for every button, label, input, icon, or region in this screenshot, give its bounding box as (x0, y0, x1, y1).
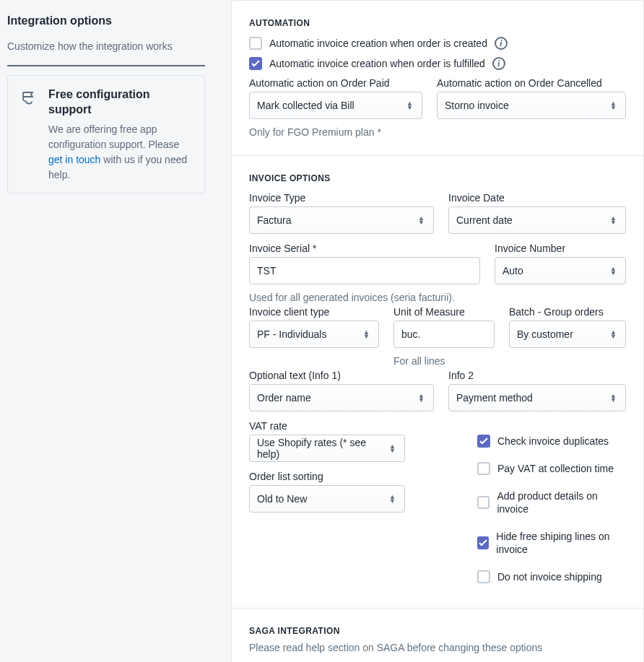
chat-flag-icon (18, 87, 40, 109)
sorting-select[interactable]: Old to New ▲▼ (249, 485, 405, 513)
saga-subheading: Please read help section on SAGA before … (249, 642, 626, 653)
check-hide-free-shipping[interactable] (477, 536, 489, 549)
chevron-updown-icon: ▲▼ (389, 444, 396, 453)
uom-field: Unit of Measure For all lines (393, 306, 495, 367)
invoice-date-field: Invoice Date Current date ▲▼ (448, 192, 626, 234)
info2-select[interactable]: Payment method ▲▼ (448, 384, 626, 411)
action-on-paid-select[interactable]: Mark collected via Bill ▲▼ (249, 92, 422, 119)
check-invoice-on-fulfilled[interactable] (249, 57, 262, 70)
chevron-updown-icon: ▲▼ (389, 495, 396, 503)
check-invoice-on-fulfilled-row: Automatic invoice creation when order is… (249, 57, 626, 70)
invoice-options-section: INVOICE OPTIONS Invoice Type Factura ▲▼ … (232, 155, 643, 608)
info-icon[interactable]: i (495, 37, 508, 50)
automation-section: AUTOMATION Automatic invoice creation wh… (232, 1, 643, 155)
automation-heading: AUTOMATION (249, 18, 626, 28)
action-on-cancelled-select[interactable]: Storno invoice ▲▼ (437, 92, 626, 119)
vat-rate-field: VAT rate Use Shopify rates (* see help) … (249, 420, 434, 462)
sidebar: Integration options Customize how the in… (0, 0, 217, 662)
action-on-cancelled-label: Automatic action on Order Cancelled (437, 77, 626, 89)
chevron-updown-icon: ▲▼ (610, 393, 617, 402)
check-invoice-on-fulfilled-label: Automatic invoice creation when order is… (269, 57, 485, 70)
vat-rate-select[interactable]: Use Shopify rates (* see help) ▲▼ (249, 435, 405, 462)
saga-section: SAGA INTEGRATION Please read help sectio… (232, 608, 643, 662)
invoice-client-type-field: Invoice client type PF - Individuals ▲▼ (249, 306, 379, 367)
invoice-type-select[interactable]: Factura ▲▼ (249, 206, 434, 234)
info2-field: Info 2 Payment method ▲▼ (448, 370, 626, 411)
chevron-updown-icon: ▲▼ (418, 216, 425, 225)
main-panel: AUTOMATION Automatic invoice creation wh… (231, 0, 644, 662)
sorting-field: Order list sorting Old to New ▲▼ (249, 471, 434, 513)
action-on-cancelled-field: Automatic action on Order Cancelled Stor… (437, 77, 626, 138)
check-vat-collection[interactable] (477, 462, 490, 475)
check-invoice-on-created-row: Automatic invoice creation when order is… (249, 37, 626, 50)
info-icon[interactable]: i (492, 57, 505, 70)
chevron-updown-icon: ▲▼ (406, 101, 413, 110)
sidebar-title: Integration options (7, 14, 205, 27)
action-on-paid-note: Only for FGO Premium plan * (249, 126, 422, 138)
batch-field: Batch - Group orders By customer ▲▼ (509, 306, 626, 367)
get-in-touch-link[interactable]: get in touch (48, 154, 100, 165)
chevron-updown-icon: ▲▼ (610, 216, 617, 225)
chevron-updown-icon: ▲▼ (363, 330, 370, 339)
action-on-paid-field: Automatic action on Order Paid Mark coll… (249, 77, 422, 138)
saga-heading: SAGA INTEGRATION (249, 626, 626, 636)
invoice-checkbox-group: Check invoice duplicates Pay VAT at coll… (448, 435, 626, 591)
invoice-serial-input[interactable] (249, 257, 480, 284)
uom-input[interactable] (393, 321, 495, 348)
batch-select[interactable]: By customer ▲▼ (509, 321, 626, 348)
invoice-options-heading: INVOICE OPTIONS (249, 173, 626, 183)
chevron-updown-icon: ▲▼ (610, 101, 617, 110)
invoice-client-type-select[interactable]: PF - Individuals ▲▼ (249, 321, 379, 348)
chevron-updown-icon: ▲▼ (610, 266, 617, 275)
action-on-paid-label: Automatic action on Order Paid (249, 77, 422, 89)
info1-field: Optional text (Info 1) Order name ▲▼ (249, 370, 434, 411)
check-invoice-on-created[interactable] (249, 37, 262, 50)
invoice-type-field: Invoice Type Factura ▲▼ (249, 192, 434, 234)
check-product-details[interactable] (477, 496, 489, 509)
invoice-date-select[interactable]: Current date ▲▼ (448, 206, 626, 234)
check-duplicates[interactable] (477, 435, 490, 448)
info1-select[interactable]: Order name ▲▼ (249, 384, 434, 411)
support-card: Free configuration support We are offeri… (7, 75, 205, 193)
sidebar-divider (7, 65, 205, 66)
support-title: Free configuration support (48, 87, 193, 118)
invoice-number-select[interactable]: Auto ▲▼ (495, 257, 626, 284)
chevron-updown-icon: ▲▼ (610, 330, 617, 339)
chevron-updown-icon: ▲▼ (418, 393, 425, 402)
check-no-shipping[interactable] (477, 570, 490, 583)
invoice-number-field: Invoice Number Auto ▲▼ (495, 243, 626, 303)
support-body: Free configuration support We are offeri… (48, 87, 193, 183)
check-invoice-on-created-label: Automatic invoice creation when order is… (269, 37, 487, 50)
support-text: We are offering free app configuration s… (48, 122, 193, 183)
sidebar-subtitle: Customize how the integration works (7, 40, 205, 52)
invoice-serial-field: Invoice Serial * Used for all generated … (249, 243, 480, 303)
